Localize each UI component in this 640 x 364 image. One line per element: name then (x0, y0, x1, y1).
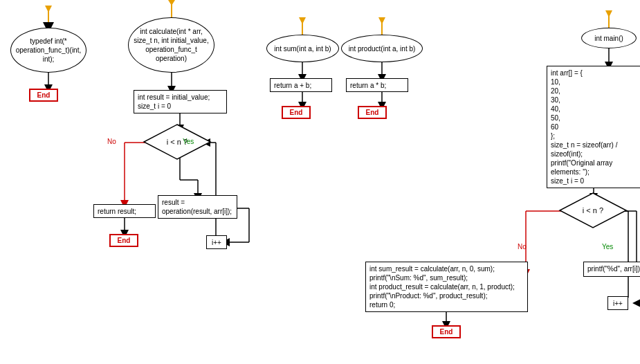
no2-text: No (518, 243, 527, 251)
return-amulb-box: return a * b; (346, 78, 408, 92)
product-end-label: End (366, 109, 379, 116)
printf-text: printf("%d", arr[i]); (587, 265, 640, 273)
calculate-text: int calculate(int * arr, size_t n, int i… (132, 27, 210, 63)
main-text: int main() (594, 34, 623, 43)
main-end: End (432, 325, 461, 338)
i-inc1-text: i++ (212, 239, 221, 246)
calc-end: End (109, 234, 138, 247)
calculate-ellipse: int calculate(int * arr, size_t n, int i… (128, 17, 214, 73)
return-ab-box: return a + b; (270, 78, 332, 92)
result-box-text: int result = initial_value; size_t i = 0 (138, 93, 210, 110)
result-box: int result = initial_value; size_t i = 0 (134, 90, 227, 113)
diamond2: i < n ? (558, 192, 628, 230)
return-result-box: return result; (93, 204, 156, 218)
start-arrow-typedef (45, 6, 52, 12)
start-arrow-calculate (168, 0, 175, 6)
return-ab-text: return a + b; (274, 82, 311, 89)
main-ellipse: int main() (581, 28, 637, 48)
return-amulb-text: return a * b; (350, 82, 386, 89)
product-end: End (358, 106, 387, 119)
yes1-text: Yes (183, 138, 194, 145)
sum-end: End (282, 106, 311, 119)
typedef-ellipse: typedef int(* operation_func_t)(int, int… (10, 28, 86, 73)
yes-label-2: Yes (602, 242, 613, 251)
i-inc-1: i++ (206, 235, 227, 249)
typedef-end-label: End (37, 91, 51, 99)
product-ellipse: int product(int a, int b) (341, 35, 423, 62)
no1-text: No (107, 138, 116, 145)
no-label-1: No (107, 137, 116, 145)
sum-text: int sum(int a, int b) (274, 44, 331, 53)
yes-label-1: Yes (183, 137, 194, 145)
operation-text: result = operation(result, arr[i]); (162, 199, 232, 215)
main-body-box: int arr[] = { 10, 20, 30, 40, 50, 60 }; … (547, 66, 640, 188)
start-arrow-main (605, 10, 612, 17)
i-inc-2: i++ (607, 296, 628, 310)
yes2-text: Yes (602, 243, 613, 251)
start-arrow-product (378, 17, 385, 24)
calculate-box-text: int sum_result = calculate(arr, n, 0, su… (369, 265, 515, 309)
main-end-label: End (440, 328, 453, 336)
sum-end-label: End (290, 109, 303, 116)
product-text: int product(int a, int b) (349, 44, 416, 53)
calc-end-label: End (118, 237, 131, 244)
printf-box: printf("%d", arr[i]); (583, 262, 640, 277)
typedef-end: End (29, 89, 58, 102)
typedef-text: typedef int(* operation_func_t)(int, int… (15, 37, 82, 64)
svg-text:i < n ?: i < n ? (583, 206, 603, 215)
i-inc2-text: i++ (613, 300, 623, 307)
flowchart-canvas: typedef int(* operation_func_t)(int, int… (0, 0, 640, 364)
start-arrow-sum (299, 17, 306, 24)
sum-ellipse: int sum(int a, int b) (266, 35, 339, 62)
main-body-text: int arr[] = { 10, 20, 30, 40, 50, 60 }; … (551, 69, 617, 185)
calculate-result-box: int sum_result = calculate(arr, n, 0, su… (365, 262, 528, 312)
return-result-text: return result; (98, 208, 136, 215)
diamond1: i < n ? (143, 123, 212, 161)
no-label-2: No (518, 242, 527, 251)
operation-box: result = operation(result, arr[i]); (158, 195, 237, 219)
